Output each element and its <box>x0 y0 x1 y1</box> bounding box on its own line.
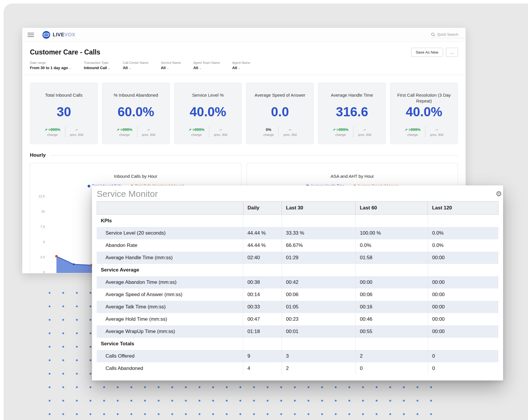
kpi-title: % Inbound Abandoned <box>114 92 158 104</box>
kpi-card-average-speed-of-answer: Average Speed of Answer 0.0 0% change – … <box>246 83 314 144</box>
kpi-card-pct-inbound-abandoned: % Inbound Abandoned 60.0% ↗>999% change … <box>102 83 170 144</box>
legend-marker-icon <box>88 185 90 187</box>
trend-up-icon: ↗ <box>45 128 47 132</box>
table-header-row: Daily Last 30 Last 60 Last 120 <box>97 201 498 215</box>
filter-agent-name[interactable]: Agent Name All⌄ <box>232 61 250 70</box>
table-header-cell: Last 30 <box>282 202 356 214</box>
trend-up-icon: ↗ <box>117 128 120 132</box>
kpi-title: Average Handle Time <box>331 92 373 104</box>
chevron-down-icon: ⌄ <box>166 66 169 70</box>
gear-icon[interactable]: ⚙ <box>495 190 502 198</box>
table-section-row: Service Totals <box>97 338 498 350</box>
kpi-card-average-handle-time: Average Handle Time 316.6 ↗>999% change … <box>318 83 386 144</box>
top-bar: LIVEVOX Quick Search <box>22 28 466 42</box>
search-icon <box>431 33 435 37</box>
kpi-card-total-inbound-calls: Total Inbound Calls 30 ↗>999% change – p… <box>30 83 98 144</box>
kpi-title: Average Speed of Answer <box>255 92 305 104</box>
filter-transaction-type[interactable]: Transaction Type Inbound Call⌄ <box>84 61 110 70</box>
table-header-cell: Last 60 <box>356 202 428 214</box>
dotted-divider <box>425 127 425 137</box>
table-header-cell: Daily <box>243 202 282 214</box>
table-header-cell <box>97 202 243 214</box>
table-row: Service Level (20 seconds) 44.44 % 33.33… <box>97 227 498 239</box>
table-row: Average Abandon Time (mm:ss) 00:38 00:42… <box>97 276 498 288</box>
trend-up-icon: ↗ <box>405 128 408 132</box>
livevox-logo-icon <box>42 31 50 39</box>
kpi-card-first-call-resolution: First Call Resolution (3 Day Repeat) 40.… <box>390 83 458 144</box>
menu-icon[interactable] <box>28 32 34 38</box>
table-row: Calls Abandoned 4 2 0 0 <box>97 362 498 375</box>
kpi-value: 40.0% <box>406 105 442 119</box>
kpi-value: 316.6 <box>336 105 368 119</box>
more-options-button[interactable]: … <box>446 48 458 57</box>
dotted-divider <box>278 127 279 137</box>
hourly-label: Hourly <box>30 152 46 158</box>
chart-title: ASA and AHT by Hour <box>247 174 458 179</box>
dotted-divider <box>137 127 137 137</box>
table-row: Average Handle Time (mm:ss) 02:40 01:29 … <box>97 252 498 264</box>
dotted-divider <box>209 127 209 137</box>
chart-title: Inbound Calls by Hour <box>30 174 241 179</box>
table-section-row: KPIs <box>97 215 498 227</box>
kpi-value: 0.0 <box>271 105 289 119</box>
kpi-title: First Call Resolution (3 Day Repeat) <box>395 92 452 104</box>
table-row: Average Talk Time (mm:ss) 00:33 01:05 00… <box>97 301 498 313</box>
table-row: Abandon Rate 44.44 % 66.67% 0.0% 0.0% <box>97 239 498 252</box>
kpi-row: Total Inbound Calls 30 ↗>999% change – p… <box>22 75 466 144</box>
filter-agent-team-name[interactable]: Agent Team Name All⌄ <box>193 61 220 70</box>
title-row: Customer Care - Calls Save As New … <box>22 42 466 59</box>
livevox-logo-text: LIVEVOX <box>53 32 75 38</box>
service-monitor-window: Service Monitor ⚙ Daily Last 30 Last 60 … <box>92 185 503 380</box>
table-row: Average Hold Time (mm:ss) 00:47 00:23 00… <box>97 313 498 325</box>
table-row: Calls Offered 9 3 2 0 <box>97 350 498 362</box>
chevron-down-icon: ⌄ <box>238 66 241 70</box>
page-title: Customer Care - Calls <box>30 48 411 56</box>
filter-call-center-name[interactable]: Call Center Name All⌄ <box>123 61 148 70</box>
save-as-new-button[interactable]: Save As New <box>411 48 443 57</box>
section-rule <box>50 155 458 156</box>
chevron-down-icon: ⌄ <box>69 66 71 70</box>
kpi-card-service-level: Service Level % 40.0% ↗>999% change – pr… <box>174 83 242 144</box>
service-monitor-title: Service Monitor <box>97 189 158 199</box>
livevox-logo: LIVEVOX <box>42 31 75 39</box>
dotted-divider <box>65 127 65 137</box>
table-row: Average Speed of Answer (mm:ss) 00:14 00… <box>97 288 498 301</box>
kpi-value: 40.0% <box>190 105 226 119</box>
kpi-value: 60.0% <box>117 105 154 119</box>
kpi-title: Total Inbound Calls <box>45 92 83 104</box>
hourly-section-header: Hourly <box>22 144 466 162</box>
chevron-down-icon: ⌄ <box>199 66 202 70</box>
quick-search[interactable]: Quick Search <box>430 31 465 38</box>
kpi-title: Service Level % <box>192 92 224 104</box>
chevron-down-icon: ⌄ <box>108 66 110 70</box>
table-row: Average WrapUp Time (mm:ss) 01:18 00:01 … <box>97 325 498 338</box>
service-monitor-table: Daily Last 30 Last 60 Last 120 KPIs Serv… <box>97 201 498 375</box>
search-placeholder: Quick Search <box>437 33 458 37</box>
dotted-divider <box>353 127 353 137</box>
service-monitor-header: Service Monitor ⚙ <box>92 185 503 201</box>
kpi-value: 30 <box>57 105 71 119</box>
filter-date-range[interactable]: Date range From 30 to 1 day ago⌄ <box>30 61 71 70</box>
filter-service-name[interactable]: Service Name All⌄ <box>161 61 181 70</box>
trend-up-icon: ↗ <box>333 128 335 132</box>
table-header-cell: Last 120 <box>428 202 498 214</box>
filter-bar: Date range From 30 to 1 day ago⌄ Transac… <box>22 59 466 75</box>
table-section-row: Service Average <box>97 264 498 276</box>
chevron-down-icon: ⌄ <box>129 66 131 70</box>
trend-up-icon: ↗ <box>189 128 192 132</box>
